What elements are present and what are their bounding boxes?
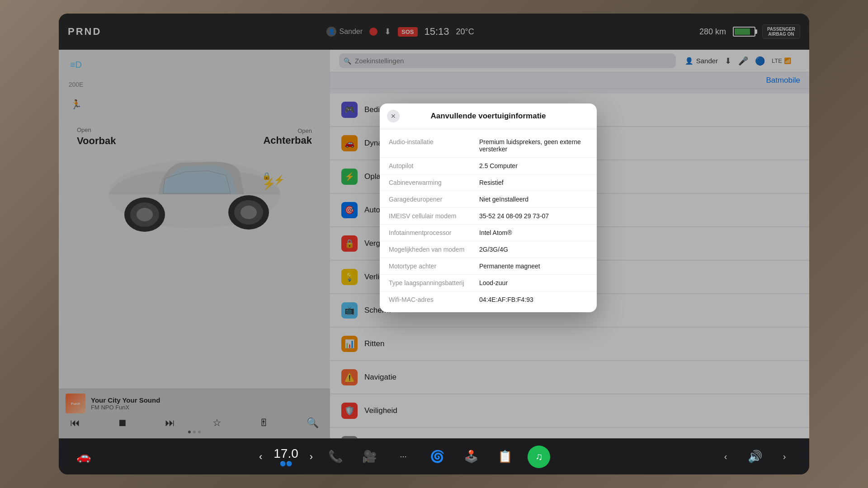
info-label: Infotainmentprocessor [389,229,479,236]
info-label: Audio-installatie [389,138,479,153]
taskbar-right: ‹ 🔊 › [714,446,796,468]
modal-header: ✕ Aanvullende voertuiginformatie [380,103,597,129]
info-value: Resistief [479,179,588,186]
taskbar-phone-icon[interactable]: 📞 [324,446,347,468]
taskbar-volume-icon[interactable]: 🔊 [744,446,766,468]
taskbar-camera-icon[interactable]: 🎥 [358,446,381,468]
info-row: Audio-installatiePremium luidsprekers, g… [380,134,597,158]
modal-dialog: ✕ Aanvullende voertuiginformatie Audio-i… [380,103,597,312]
info-label: Cabineverwarming [389,179,479,186]
info-label: Type laagspanningsbatterij [389,279,479,286]
info-value: Permanente magneet [479,263,588,270]
modal-overlay: ✕ Aanvullende voertuiginformatie Audio-i… [59,14,809,438]
temp-sub-icons: 🔵🔵 [274,461,298,467]
taskbar-joystick-icon[interactable]: 🕹️ [460,446,482,468]
tesla-screen: PRND 👤 Sander ⬇ SOS 15:13 20°C 280 km PA… [59,14,809,474]
info-value: Niet geïnstalleerd [479,196,588,203]
info-value: 2G/3G/4G [479,246,588,253]
taskbar: 🚗 ‹ 17.0 🔵🔵 › 📞 🎥 ··· 🌀 🕹️ 📋 ♫ ‹ 🔊 › [59,438,809,474]
taskbar-fan-icon[interactable]: 🌀 [426,446,448,468]
info-label: Mogelijkheden van modem [389,246,479,253]
taskbar-left: 🚗 [72,446,95,468]
temp-value: 17.0 🔵🔵 [274,446,298,467]
info-row: InfotainmentprocessorIntel Atom® [380,225,597,241]
modal-title: Aanvullende voertuiginformatie [430,112,546,121]
info-value: 2.5 Computer [479,162,588,169]
temp-number: 17.0 [274,446,298,461]
info-value: Lood-zuur [479,279,588,286]
taskbar-spotify-icon[interactable]: ♫ [528,446,550,468]
info-row: Motortype achterPermanente magneet [380,258,597,275]
info-value: 35-52 24 08-09 29 73-07 [479,212,588,220]
taskbar-center: ‹ 17.0 🔵🔵 › 📞 🎥 ··· 🌀 🕹️ 📋 ♫ [259,446,550,468]
taskbar-more-icon[interactable]: ··· [392,446,415,468]
info-row: Type laagspanningsbatterijLood-zuur [380,275,597,291]
info-label: Autopilot [389,162,479,169]
close-icon: ✕ [391,113,396,120]
info-label: Motortype achter [389,263,479,270]
info-row: CabineverwarmingResistief [380,174,597,191]
temp-control: 17.0 🔵🔵 [274,446,298,467]
taskbar-car-icon[interactable]: 🚗 [72,446,95,468]
info-row: IMEISV cellulair modem35-52 24 08-09 29 … [380,208,597,225]
info-value: 04:4E:AF:FB:F4:93 [479,296,588,303]
info-row: Autopilot2.5 Computer [380,158,597,174]
info-value: Premium luidsprekers, geen externe verst… [479,138,588,153]
taskbar-prev-icon[interactable]: ‹ [714,446,737,468]
info-value: Intel Atom® [479,229,588,236]
info-label: IMEISV cellulair modem [389,212,479,220]
temp-increase-button[interactable]: › [310,451,313,463]
info-label: Wifi-MAC-adres [389,296,479,303]
info-label: Garagedeuropener [389,196,479,203]
modal-body: Audio-installatiePremium luidsprekers, g… [380,129,597,312]
temp-decrease-button[interactable]: ‹ [259,451,262,463]
info-row: Wifi-MAC-adres04:4E:AF:FB:F4:93 [380,291,597,308]
modal-close-button[interactable]: ✕ [387,110,400,122]
taskbar-notes-icon[interactable]: 📋 [494,446,516,468]
info-row: Mogelijkheden van modem2G/3G/4G [380,241,597,258]
taskbar-next-icon[interactable]: › [773,446,796,468]
info-row: GaragedeuropenerNiet geïnstalleerd [380,191,597,208]
